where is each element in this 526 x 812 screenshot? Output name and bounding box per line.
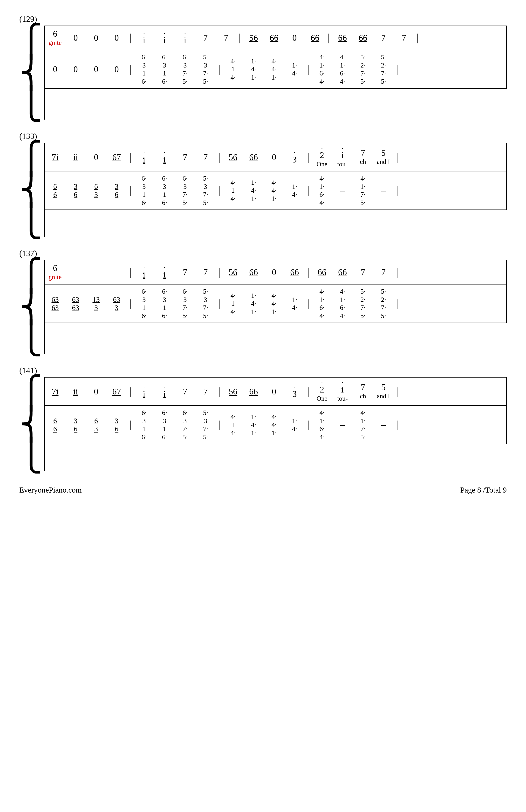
- dash-cell: –: [373, 185, 394, 195]
- chord-cell: 1·4·: [284, 61, 305, 77]
- note-cell: 0: [86, 33, 106, 42]
- section-number: (133): [19, 132, 507, 141]
- chord-cell: 6·37·5·: [175, 287, 195, 320]
- top-melody-row: 7i ii 0 67 | · i · i 7 7 | 5: [45, 377, 507, 405]
- note-cell: 5 and I: [373, 383, 394, 400]
- barline: |: [305, 386, 312, 397]
- chord-cell: 5·37·5·: [195, 174, 216, 207]
- note-cell: 7: [373, 268, 394, 277]
- footer-website: EveryonePiano.com: [19, 485, 82, 494]
- brace-left: ⎧⎨⎩: [19, 260, 43, 354]
- chord-cell: 0: [65, 65, 86, 74]
- chord-cell: 4·14·: [223, 413, 243, 437]
- barline: |: [394, 386, 401, 397]
- barline: |: [394, 267, 401, 277]
- footer-page-number: Page 8 /Total 9: [460, 485, 507, 494]
- chord-cell: 4·4·1·: [264, 57, 284, 82]
- note-cell: · i: [134, 150, 154, 164]
- note-cell: 66: [332, 268, 353, 277]
- dash-cell: –: [373, 420, 394, 430]
- chord-cell: 4·14·: [223, 57, 243, 82]
- barline: |: [305, 298, 312, 309]
- music-score-page: (129) ⎧⎨⎩ 6 gnite 0 0 0 | · i: [19, 14, 507, 494]
- note-cell: · i tou-: [332, 146, 353, 168]
- note-cell: · i: [154, 385, 175, 398]
- brace-left: ⎧⎨⎩: [19, 143, 43, 237]
- note-cell: 7 ch: [353, 148, 373, 165]
- barline: |: [394, 185, 401, 196]
- note-cell: 7: [195, 387, 216, 396]
- chord-cell: 5·37·5·: [195, 53, 216, 85]
- chord-cell: 63 3: [106, 295, 127, 312]
- note-cell: 56: [243, 33, 264, 42]
- section-141: (141) ⎧⎨⎩ 7i ii 0 67 | · i · i: [19, 366, 507, 471]
- note-cell: 0: [264, 387, 284, 396]
- chord-cell: 63 63: [45, 295, 65, 312]
- note-cell: 56: [223, 387, 243, 396]
- chord-cell: 6·316·: [154, 409, 175, 441]
- barline: |: [305, 64, 312, 74]
- chord-cell: 6·316·: [154, 53, 175, 85]
- note-cell: 7i: [45, 153, 65, 161]
- note-cell: · 3: [284, 150, 305, 164]
- page-footer: EveryonePiano.com Page 8 /Total 9: [19, 485, 507, 494]
- note-cell: 0: [264, 153, 284, 161]
- section-number: (129): [19, 14, 507, 24]
- chord-cell: 1·4·1·: [243, 57, 264, 82]
- chord-cell: 1·4·1·: [243, 291, 264, 316]
- top-melody-row: 6 gnite – – – | · i · i 7: [45, 260, 507, 284]
- barline: |: [127, 386, 134, 397]
- chord-cell: 5·37·5·: [195, 409, 216, 441]
- chord-cell: 0: [106, 65, 127, 74]
- section-number: (137): [19, 249, 507, 258]
- chord-cell: 6 6: [45, 417, 65, 433]
- note-cell: 0: [284, 33, 305, 42]
- chord-cell: 3 6: [65, 182, 86, 199]
- note-cell: 7: [175, 153, 195, 161]
- chord-cell: 4·1·7·5·: [353, 409, 373, 441]
- barline: |: [216, 298, 223, 309]
- barline: |: [216, 386, 223, 397]
- chord-cell: 3 6: [106, 182, 127, 199]
- chord-cell: 0: [45, 65, 65, 74]
- bottom-accomp-row: 6 6 3 6 6 3 3 6 |: [45, 405, 507, 444]
- chord-cell: 1·4·: [284, 417, 305, 433]
- note-cell: · 2 One: [312, 146, 332, 168]
- barline: |: [127, 420, 134, 430]
- chord-cell: 1·4·1·: [243, 413, 264, 437]
- bottom-accomp-row: 0 0 0 0 | 6·316· 6·316· 6·37·5· 5·3: [45, 50, 507, 89]
- chord-cell: 4·1·6·4·: [312, 174, 332, 207]
- note-cell: · i: [134, 265, 154, 279]
- note-cell: –: [106, 268, 127, 277]
- note-cell: 66: [243, 268, 264, 277]
- barline: |: [305, 420, 312, 430]
- note-cell: · i tou-: [332, 380, 353, 402]
- note-cell: 67: [106, 153, 127, 161]
- barline: |: [305, 185, 312, 196]
- chord-cell: 5·2·7·5·: [373, 287, 394, 320]
- barline: |: [127, 32, 134, 43]
- staff-lines-129: 6 gnite 0 0 0 | · i · i: [44, 26, 507, 119]
- chord-cell: 3 6: [106, 417, 127, 433]
- chord-cell: 3 6: [65, 417, 86, 433]
- barline: |: [127, 267, 134, 277]
- barline: |: [216, 185, 223, 196]
- barline: |: [305, 152, 312, 162]
- chord-cell: 5·2·7·5·: [353, 53, 373, 85]
- barline: |: [325, 32, 332, 43]
- chord-cell: 13 3: [86, 295, 106, 312]
- note-cell: 7: [216, 33, 236, 42]
- top-melody-row: 7i ii 0 67 | · i · i 7 7 | 5: [45, 143, 507, 171]
- note-cell: 7: [195, 33, 216, 42]
- chord-cell: 6·316·: [154, 174, 175, 207]
- note-cell: 66: [305, 33, 325, 42]
- barline: |: [394, 64, 401, 74]
- staff-lines-137: 6 gnite – – – | · i · i 7: [44, 260, 507, 354]
- note-cell: 0: [106, 33, 127, 42]
- note-cell: · i: [134, 31, 154, 45]
- chord-cell: 5·37·5·: [195, 287, 216, 320]
- note-cell: 7i: [45, 387, 65, 396]
- chord-cell: 6·316·: [134, 287, 154, 320]
- note-cell: 56: [223, 153, 243, 161]
- chord-cell: 6 3: [86, 182, 106, 199]
